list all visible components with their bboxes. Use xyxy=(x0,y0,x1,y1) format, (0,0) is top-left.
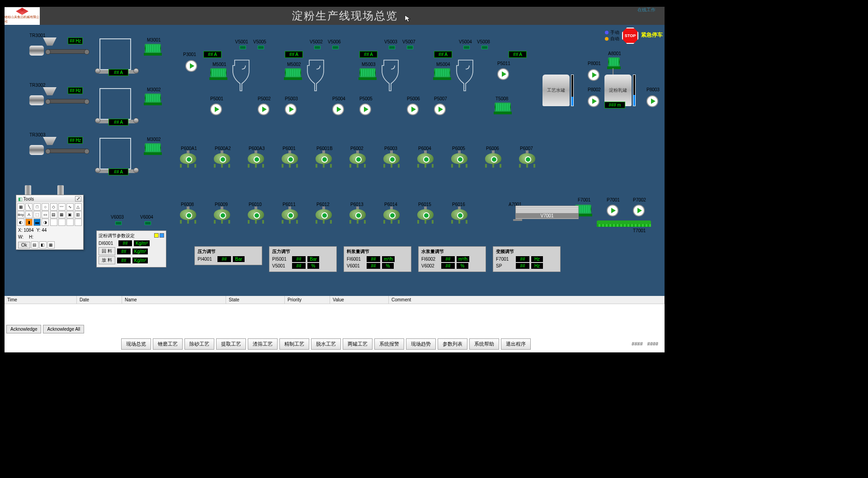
header: 锉粉山美食品机械有限公司 淀粉生产线现场总览 xyxy=(5,7,665,25)
pump-P6015[interactable] xyxy=(417,209,435,225)
motor-a8001[interactable] xyxy=(608,57,620,69)
footer-counters: ######## xyxy=(632,341,663,347)
tools-window[interactable]: ◧ Tools⤢ ▦╲□○◇〰∿△ BHpA⬚▭▤▦▣▥ ◐▮▬◑ X: 108… xyxy=(16,195,84,250)
top-right-link[interactable]: 在线工作 xyxy=(637,7,656,13)
label-p8001: P8001 xyxy=(588,61,601,66)
tools-close-icon[interactable]: ⤢ xyxy=(75,196,81,202)
motor-M5003[interactable] xyxy=(359,68,376,80)
panel-1: 压力调节PI5001##BarV5001##% xyxy=(269,246,337,272)
nav-btn-0[interactable]: 现场总览 xyxy=(121,338,151,350)
start-p8002[interactable] xyxy=(588,95,599,107)
panel-title: 压力调节 xyxy=(198,248,259,255)
discharge-button[interactable]: 放 料 xyxy=(99,256,115,264)
start-p7001[interactable] xyxy=(607,205,618,216)
nav-btn-9[interactable]: 现场趋势 xyxy=(406,338,436,350)
panel-3: 水浆量调节FI6002##m³/hV6002##% xyxy=(418,246,486,272)
label-t7001: T7001 xyxy=(633,228,646,233)
start-p3001[interactable] xyxy=(185,60,197,72)
motor-m3001[interactable] xyxy=(145,44,161,56)
start-p7002[interactable] xyxy=(633,205,645,216)
col-comment[interactable]: Comment xyxy=(389,296,665,304)
pump-P600A2[interactable] xyxy=(214,153,232,169)
decanter-v7001[interactable]: V7001 xyxy=(515,206,579,219)
motor-tr3001[interactable] xyxy=(29,46,44,56)
col-priority[interactable]: Priority xyxy=(285,296,330,304)
motor-t5008[interactable] xyxy=(495,103,511,114)
start-P5006[interactable] xyxy=(407,103,419,115)
col-state[interactable]: State xyxy=(226,296,285,304)
start-P5003[interactable] xyxy=(285,103,297,115)
nav-btn-5[interactable]: 精制工艺 xyxy=(279,338,309,350)
label-p7002: P7002 xyxy=(633,197,646,202)
nav-btn-3[interactable]: 提取工艺 xyxy=(216,338,246,350)
nav-btn-8[interactable]: 系统报警 xyxy=(374,338,404,350)
col-time[interactable]: Time xyxy=(5,296,77,304)
pump-P6008[interactable] xyxy=(180,209,198,225)
readout-tr3001-hz: ##Hz xyxy=(68,37,83,44)
pump-P6004[interactable] xyxy=(417,153,435,169)
nav-btn-7[interactable]: 两罐工艺 xyxy=(343,338,373,350)
start-p8001[interactable] xyxy=(588,69,599,81)
start-p8003[interactable] xyxy=(646,95,658,107)
motor-tr3002[interactable] xyxy=(29,95,44,105)
nav-btn-11[interactable]: 系统帮助 xyxy=(469,338,499,350)
pump-P6007[interactable] xyxy=(519,153,537,169)
col-name[interactable]: Name xyxy=(122,296,226,304)
motor-M5004[interactable] xyxy=(434,68,450,80)
motor-M5001[interactable] xyxy=(210,68,226,80)
nav-btn-10[interactable]: 参数列表 xyxy=(438,338,467,350)
indicator-V5002[interactable] xyxy=(314,46,321,49)
indicator-V5004[interactable] xyxy=(463,46,470,49)
nav-btn-6[interactable]: 脱水工艺 xyxy=(311,338,341,350)
hopper-tr3002 xyxy=(43,87,57,95)
pump-P6016[interactable] xyxy=(451,209,469,225)
pump-P6012[interactable] xyxy=(316,209,334,225)
motor-tr3003[interactable] xyxy=(29,145,44,155)
start-P5002[interactable] xyxy=(258,103,269,115)
pump-P600A1[interactable] xyxy=(180,153,198,169)
pump-P6003[interactable] xyxy=(383,153,401,169)
start-P5005[interactable] xyxy=(359,103,371,115)
start-P5007[interactable] xyxy=(434,103,446,115)
pump-P6005[interactable] xyxy=(451,153,469,169)
pump-P6010[interactable] xyxy=(248,209,266,225)
pump-P6002[interactable] xyxy=(349,153,368,169)
recycle-button[interactable]: 回 料 xyxy=(99,247,115,255)
pump-P6011[interactable] xyxy=(282,209,300,225)
panel-0: 压力调节PI4001##Bar xyxy=(194,246,262,265)
indicator-V5001[interactable] xyxy=(240,46,246,49)
pump-P6001B[interactable] xyxy=(316,153,334,169)
indicator-V5008[interactable] xyxy=(481,46,488,49)
motor-M5002[interactable] xyxy=(285,68,301,80)
nav-btn-1[interactable]: 锉磨工艺 xyxy=(153,338,183,350)
nav-btn-4[interactable]: 渣筛工艺 xyxy=(248,338,278,350)
col-value[interactable]: Value xyxy=(330,296,389,304)
acknowledge-button[interactable]: Acknowledge xyxy=(6,325,41,333)
pump-P6013[interactable] xyxy=(349,209,368,225)
indicator-v6004[interactable] xyxy=(145,221,151,225)
emergency-stop-icon[interactable]: STOP xyxy=(622,28,638,44)
tools-ok-button[interactable]: Ok xyxy=(18,242,30,248)
motor-m3002[interactable] xyxy=(145,94,161,105)
acknowledge-all-button[interactable]: Acknowledge All xyxy=(43,325,84,333)
pump-P6006[interactable] xyxy=(485,153,503,169)
nav-btn-12[interactable]: 退出程序 xyxy=(501,338,531,350)
col-date[interactable]: Date xyxy=(77,296,122,304)
pump-P6001[interactable] xyxy=(282,153,300,169)
belt-tr3003 xyxy=(47,149,88,153)
indicator-v6003[interactable] xyxy=(115,221,122,225)
pump-P600A3[interactable] xyxy=(248,153,266,169)
indicator-V5003[interactable] xyxy=(389,46,395,49)
indicator-V5005[interactable] xyxy=(258,46,264,49)
start-P5004[interactable] xyxy=(332,103,344,115)
indicator-V5006[interactable] xyxy=(332,46,339,49)
pump-P6009[interactable] xyxy=(214,209,232,225)
tools-palette[interactable]: ▦╲□○◇〰∿△ BHpA⬚▭▤▦▣▥ ◐▮▬◑ xyxy=(16,202,83,227)
tank-process-water[interactable]: 工艺水罐 xyxy=(542,75,570,106)
start-p5011[interactable] xyxy=(497,68,509,80)
start-P5001[interactable] xyxy=(210,103,222,115)
indicator-V5007[interactable] xyxy=(407,46,413,49)
motor-m3002b[interactable] xyxy=(145,143,161,155)
pump-P6014[interactable] xyxy=(383,209,401,225)
nav-btn-2[interactable]: 除砂工艺 xyxy=(184,338,214,350)
